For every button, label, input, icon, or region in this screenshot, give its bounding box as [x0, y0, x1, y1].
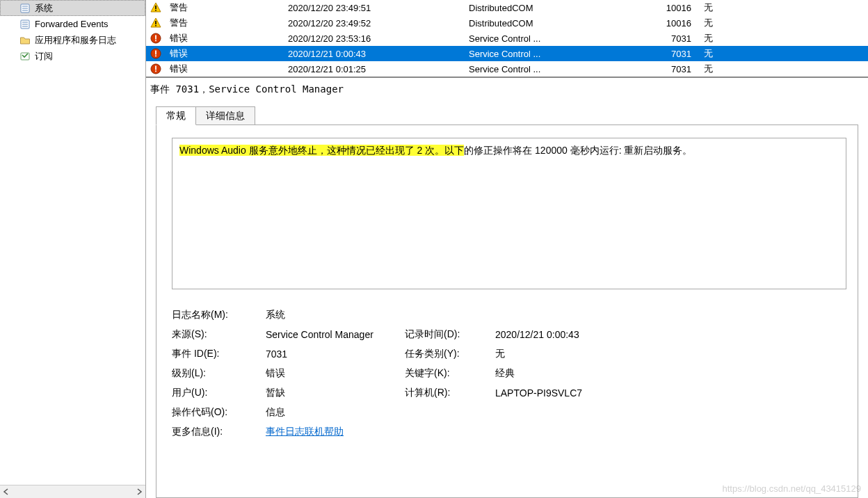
tree-item-label: Forwarded Events — [35, 19, 108, 29]
scroll-left-icon[interactable] — [0, 486, 13, 497]
label-logged: 记录时间(D): — [405, 328, 495, 341]
tree-item-2[interactable]: 应用程序和服务日志 — [0, 32, 145, 48]
scroll-right-icon[interactable] — [133, 486, 145, 497]
label-event-id: 事件 ID(E): — [172, 348, 266, 360]
label-more-info: 更多信息(I): — [172, 426, 266, 438]
value-log-name: 系统 — [266, 309, 405, 321]
label-log-name: 日志名称(M): — [172, 309, 266, 321]
event-log-online-help-link[interactable]: 事件日志联机帮助 — [266, 426, 344, 437]
value-event-id: 7031 — [266, 348, 405, 360]
horizontal-scrollbar[interactable] — [0, 485, 145, 498]
navigation-tree: 系统Forwarded Events应用程序和服务日志订阅 — [0, 0, 146, 498]
cell-task: 无 — [691, 47, 746, 60]
cell-task: 无 — [691, 1, 746, 14]
tree-item-1[interactable]: Forwarded Events — [0, 16, 145, 32]
cell-event-id: 10016 — [650, 3, 691, 13]
event-detail-panel: 事件 7031，Service Control Manager 常规 详细信息 … — [146, 78, 868, 498]
event-row[interactable]: 警告2020/12/20 23:49:51DistributedCOM10016… — [146, 0, 868, 15]
cell-task: 无 — [691, 63, 746, 75]
warning-icon — [150, 2, 168, 13]
event-properties: 日志名称(M): 系统 来源(S): Service Control Manag… — [172, 309, 846, 438]
cell-task: 无 — [691, 17, 746, 29]
detail-tabs: 常规 详细信息 — [156, 106, 858, 125]
tree-item-label: 订阅 — [35, 50, 53, 63]
tree-item-3[interactable]: 订阅 — [0, 48, 145, 64]
value-user: 暂缺 — [266, 387, 405, 399]
log-icon — [19, 3, 31, 14]
cell-date: 2020/12/21 0:01:25 — [288, 64, 469, 74]
value-logged: 2020/12/21 0:00:43 — [495, 329, 846, 340]
folder-icon — [19, 35, 31, 46]
value-level: 错误 — [266, 367, 405, 380]
tab-general[interactable]: 常规 — [156, 106, 196, 125]
cell-source: DistributedCOM — [469, 18, 650, 29]
cell-date: 2020/12/21 0:00:43 — [288, 49, 469, 59]
warning-icon — [150, 17, 168, 29]
event-row[interactable]: 错误2020/12/21 0:01:25Service Control ...7… — [146, 61, 868, 77]
sub-icon — [19, 51, 31, 62]
error-icon — [150, 33, 168, 44]
cell-source: DistributedCOM — [469, 3, 650, 13]
label-opcode: 操作代码(O): — [172, 406, 266, 419]
cell-event-id: 7031 — [650, 33, 691, 44]
main-panel: 警告2020/12/20 23:49:51DistributedCOM10016… — [146, 0, 868, 498]
label-keywords: 关键字(K): — [405, 367, 495, 380]
description-highlight: Windows Audio 服务意外地终止，这种情况已经出现了 2 次。以下 — [179, 145, 464, 156]
cell-event-id: 7031 — [650, 64, 691, 74]
value-source: Service Control Manager — [266, 329, 405, 340]
cell-level: 错误 — [168, 63, 288, 75]
value-computer: LAPTOP-PI9SVLC7 — [495, 387, 846, 399]
cell-level: 错误 — [168, 47, 288, 60]
tree-item-0[interactable]: 系统 — [0, 0, 145, 16]
detail-title: 事件 7031，Service Control Manager — [146, 78, 868, 99]
tab-details[interactable]: 详细信息 — [196, 106, 255, 125]
cell-date: 2020/12/20 23:49:51 — [288, 3, 469, 13]
cell-level: 警告 — [168, 1, 288, 14]
event-description[interactable]: Windows Audio 服务意外地终止，这种情况已经出现了 2 次。以下的修… — [172, 138, 846, 289]
label-user: 用户(U): — [172, 387, 266, 399]
cell-level: 错误 — [168, 32, 288, 45]
event-row[interactable]: 错误2020/12/20 23:53:16Service Control ...… — [146, 31, 868, 46]
cell-date: 2020/12/20 23:53:16 — [288, 33, 469, 44]
value-keywords: 经典 — [495, 367, 846, 380]
label-computer: 计算机(R): — [405, 387, 495, 399]
value-opcode: 信息 — [266, 406, 405, 419]
event-row[interactable]: 警告2020/12/20 23:49:52DistributedCOM10016… — [146, 15, 868, 31]
log-icon — [19, 19, 31, 30]
label-task-category: 任务类别(Y): — [405, 348, 495, 360]
cell-source: Service Control ... — [469, 49, 650, 59]
cell-source: Service Control ... — [469, 33, 650, 44]
error-icon — [150, 63, 168, 74]
description-rest: 的修正操作将在 120000 毫秒内运行: 重新启动服务。 — [464, 145, 692, 156]
event-list[interactable]: 警告2020/12/20 23:49:51DistributedCOM10016… — [146, 0, 868, 78]
cell-event-id: 10016 — [650, 18, 691, 29]
cell-event-id: 7031 — [650, 49, 691, 59]
label-source: 来源(S): — [172, 328, 266, 341]
error-icon — [150, 48, 168, 59]
event-row[interactable]: 错误2020/12/21 0:00:43Service Control ...7… — [146, 46, 868, 61]
cell-date: 2020/12/20 23:49:52 — [288, 18, 469, 29]
cell-level: 警告 — [168, 17, 288, 29]
cell-source: Service Control ... — [469, 64, 650, 74]
value-task-category: 无 — [495, 348, 846, 360]
tree-item-label: 系统 — [35, 2, 53, 15]
cell-task: 无 — [691, 32, 746, 45]
tree-item-label: 应用程序和服务日志 — [35, 34, 116, 47]
label-level: 级别(L): — [172, 367, 266, 380]
tab-body-general: Windows Audio 服务意外地终止，这种情况已经出现了 2 次。以下的修… — [156, 124, 858, 498]
